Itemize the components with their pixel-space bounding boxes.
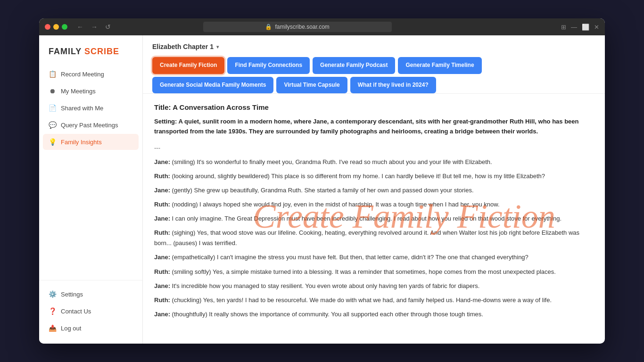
url-text: familyscribe.soar.com [275,24,329,30]
address-bar[interactable]: 🔒 familyscribe.soar.com [203,22,392,32]
browser-actions: ⊞ — ⬜ ✕ [561,24,599,31]
lock-icon: 🔒 [265,24,272,30]
sidebar-item-settings[interactable]: ⚙️ Settings [43,286,139,302]
find-family-connections-button[interactable]: Find Family Connections [227,57,310,74]
my-meetings-icon: ⏺ [49,87,56,95]
dialogues-container: Jane: (smiling) It's so wonderful to fin… [154,157,594,320]
refresh-icon[interactable]: ↺ [103,22,113,32]
log-out-icon: 📤 [49,324,56,332]
sidebar-item-my-meetings[interactable]: ⏺ My Meetings [43,83,139,99]
app-layout: FAMILY SCRIBE 📋 Record Meeting ⏺ My Meet… [39,35,605,344]
dialogue-line: Ruth: (chuckling) Yes, ten yards! I had … [154,295,594,305]
dialogue-speaker: Jane: [154,158,170,165]
browser-nav: ← → ↺ [75,22,113,32]
logo-scribe: SCRIBE [82,47,119,56]
dialogue-speaker: Ruth: [154,296,170,304]
dialogue-line: Jane: I can only imagine. The Great Depr… [154,214,594,224]
dialogue-line: Ruth: (nodding) I always hoped she would… [154,199,594,210]
maximize-dot[interactable] [62,24,67,30]
main-content: Elizabeth Chapter 1 ▾ Create Family Fict… [143,35,605,344]
dialogue-speaker: Jane: [154,215,170,222]
sidebar-item-log-out[interactable]: 📤 Log out [43,320,139,336]
sidebar-bottom: ⚙️ Settings ❓ Contact Us 📤 Log out [39,280,142,336]
sidebar-item-family-insights[interactable]: 💡 Family Insights [43,134,139,150]
generate-social-media-button[interactable]: Generate Social Media Family Moments [152,77,273,94]
dialogue-line: Jane: It's incredible how you managed to… [154,281,594,291]
close-dot[interactable] [45,24,50,30]
dialogue-line: Ruth: (looking around, slightly bewilder… [154,171,594,181]
content-header: Elizabeth Chapter 1 ▾ Create Family Fict… [143,35,605,94]
chapter-title-text: Elizabeth Chapter 1 [152,43,214,50]
dialogue-speaker: Ruth: [154,173,170,180]
generate-family-timeline-button[interactable]: Generate Family Timeline [398,57,481,74]
virtual-time-capsule-button[interactable]: Virtual Time Capsule [276,77,347,94]
dialogue-speaker: Jane: [154,254,170,261]
sidebar-label-family-insights: Family Insights [61,139,102,146]
contact-us-icon: ❓ [49,307,56,315]
dialogue-speaker: Ruth: [154,201,170,208]
sidebar-label-query-past: Query Past Meetings [61,122,118,129]
tab-grid-icon[interactable]: ⊞ [561,24,566,31]
dialogue-speaker: Ruth: [154,229,170,236]
window-controls [45,24,67,30]
dialogue-line: Jane: (thoughtfully) It really shows the… [154,309,594,320]
logo-family: FAMILY [49,47,82,56]
forward-icon[interactable]: → [89,22,99,32]
sidebar-label-my-meetings: My Meetings [61,88,96,95]
back-icon[interactable]: ← [75,22,85,32]
sidebar-label-log-out: Log out [61,325,81,332]
minimize-dot[interactable] [53,24,59,30]
story-divider: --- [154,144,594,151]
dialogue-line: Ruth: (sighing) Yes, that wood stove was… [154,228,594,248]
sidebar-label-contact-us: Contact Us [61,308,91,315]
app-logo: FAMILY SCRIBE [39,43,142,66]
restore-icon[interactable]: ⬜ [582,24,589,31]
chapter-dropdown-arrow: ▾ [216,44,219,49]
sidebar-item-record-meeting[interactable]: 📋 Record Meeting [43,66,139,82]
family-insights-icon: 💡 [49,138,56,146]
chapter-title-dropdown[interactable]: Elizabeth Chapter 1 ▾ [152,43,595,50]
story-setting: Setting: A quiet, sunlit room in a moder… [154,117,594,137]
create-family-fiction-button[interactable]: Create Family Fiction [152,57,224,74]
sidebar-label-settings: Settings [61,291,83,298]
dialogue-speaker: Jane: [154,187,170,194]
what-if-2024-button[interactable]: What if they lived in 2024? [350,77,436,94]
dialogue-line: Jane: (empathetically) I can't imagine t… [154,252,594,263]
sidebar-nav: 📋 Record Meeting ⏺ My Meetings 📄 Shared … [39,66,142,276]
settings-icon: ⚙️ [49,290,56,298]
sidebar-item-contact-us[interactable]: ❓ Contact Us [43,303,139,319]
dialogue-line: Jane: (smiling) It's so wonderful to fin… [154,157,594,167]
sidebar-item-query-past[interactable]: 💬 Query Past Meetings [43,117,139,133]
sidebar-item-shared-with-me[interactable]: 📄 Shared with Me [43,100,139,116]
record-meeting-icon: 📋 [49,70,56,78]
dialogue-speaker: Jane: [154,311,170,318]
close-window-icon[interactable]: ✕ [594,24,599,31]
dialogue-line: Ruth: (smiling softly) Yes, a simple mis… [154,267,594,277]
minimize-icon[interactable]: — [571,24,577,31]
query-past-icon: 💬 [49,121,56,129]
shared-with-me-icon: 📄 [49,104,56,112]
action-buttons-bar: Create Family Fiction Find Family Connec… [152,57,595,93]
dialogue-speaker: Jane: [154,282,170,289]
story-title: Title: A Conversation Across Time [154,103,594,111]
browser-chrome: ← → ↺ 🔒 familyscribe.soar.com ⊞ — ⬜ ✕ [39,18,605,35]
sidebar-label-shared-with-me: Shared with Me [61,105,103,112]
content-body: Create Family Fiction Title: A Conversat… [143,94,605,344]
sidebar-label-record-meeting: Record Meeting [61,71,104,78]
dialogue-line: Jane: (gently) She grew up beautifully, … [154,185,594,196]
generate-family-podcast-button[interactable]: Generate Family Podcast [313,57,395,74]
sidebar: FAMILY SCRIBE 📋 Record Meeting ⏺ My Meet… [39,35,143,344]
dialogue-speaker: Ruth: [154,268,170,275]
